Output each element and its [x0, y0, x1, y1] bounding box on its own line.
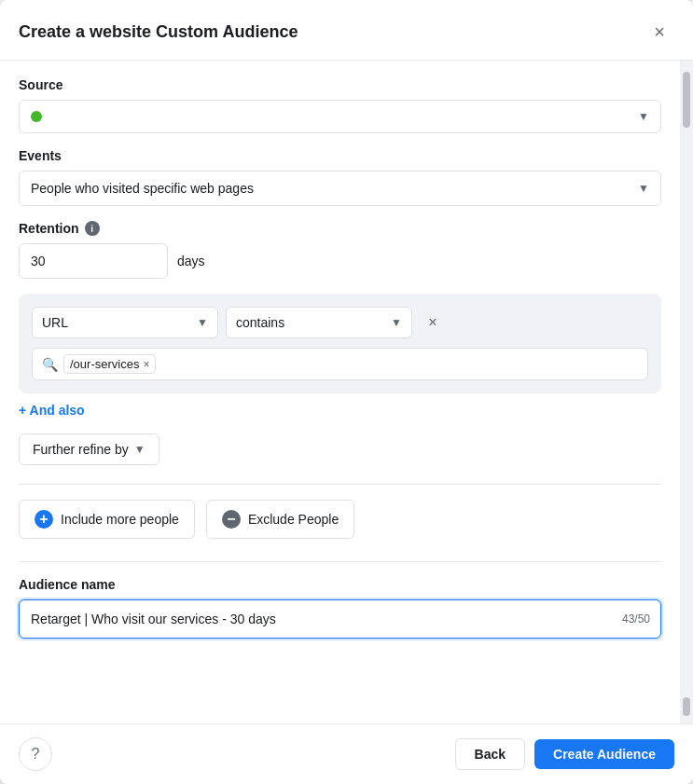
further-refine-label: Further refine by: [33, 442, 129, 457]
url-filter-dropdown[interactable]: URL ▼: [32, 307, 218, 338]
help-button[interactable]: ?: [19, 737, 52, 771]
url-tag-remove-icon[interactable]: ×: [143, 358, 149, 371]
events-section: Events People who visited specific web p…: [19, 148, 661, 206]
audience-actions: + Include more people − Exclude People: [19, 484, 661, 539]
retention-input[interactable]: [19, 243, 168, 279]
scrollbar-thumb[interactable]: [683, 72, 690, 128]
modal-footer: ? Back Create Audience: [0, 723, 693, 784]
scrollbar-thumb-bottom[interactable]: [683, 697, 690, 716]
retention-row: days: [19, 243, 661, 279]
contains-filter-label: contains: [236, 315, 284, 330]
source-chevron-icon: ▼: [638, 110, 649, 123]
content-area: Source ▼ Events People who visited speci…: [0, 61, 680, 723]
scrollbar-track[interactable]: [680, 61, 693, 723]
contains-filter-dropdown[interactable]: contains ▼: [226, 307, 412, 338]
retention-label: Retention: [19, 221, 79, 236]
events-dropdown[interactable]: People who visited specific web pages ▼: [19, 171, 661, 206]
include-people-button[interactable]: + Include more people: [19, 500, 195, 539]
remove-filter-button[interactable]: ×: [420, 309, 446, 336]
create-audience-button[interactable]: Create Audience: [534, 739, 674, 769]
audience-name-section: Audience name 43/50: [19, 561, 661, 639]
url-filter-chevron-icon: ▼: [197, 316, 208, 329]
source-section: Source ▼: [19, 77, 661, 133]
further-refine-chevron-icon: ▼: [134, 443, 146, 456]
contains-filter-chevron-icon: ▼: [391, 316, 402, 329]
include-plus-icon: +: [35, 510, 53, 529]
include-people-label: Include more people: [61, 512, 179, 527]
modal-title: Create a website Custom Audience: [19, 22, 298, 42]
modal: Create a website Custom Audience × Sourc…: [0, 0, 693, 784]
further-refine-button[interactable]: Further refine by ▼: [19, 433, 159, 465]
modal-body: Source ▼ Events People who visited speci…: [0, 61, 693, 723]
retention-section: Retention i days: [19, 221, 661, 279]
audience-name-label: Audience name: [19, 577, 661, 592]
close-button[interactable]: ×: [644, 17, 674, 47]
days-label: days: [177, 254, 205, 268]
modal-header: Create a website Custom Audience ×: [0, 0, 693, 61]
back-button[interactable]: Back: [455, 738, 525, 770]
audience-name-input[interactable]: [19, 599, 661, 639]
audience-name-input-wrap: 43/50: [19, 599, 661, 639]
url-tag: /our-services ×: [63, 354, 156, 374]
events-selected-value: People who visited specific web pages: [31, 181, 254, 196]
source-label: Source: [19, 77, 661, 92]
exclude-people-label: Exclude People: [248, 512, 339, 527]
events-label: Events: [19, 148, 661, 163]
url-search-input[interactable]: [159, 357, 638, 372]
source-dropdown[interactable]: ▼: [19, 100, 661, 133]
exclude-people-button[interactable]: − Exclude People: [206, 500, 354, 539]
url-input-row: 🔍 /our-services ×: [32, 348, 648, 380]
source-dot-icon: [31, 111, 42, 122]
exclude-minus-icon: −: [222, 510, 241, 529]
events-chevron-icon: ▼: [638, 182, 649, 195]
url-tag-value: /our-services: [70, 357, 139, 371]
footer-right: Back Create Audience: [455, 738, 674, 770]
filter-row: URL ▼ contains ▼ ×: [32, 307, 648, 338]
char-count: 43/50: [622, 612, 650, 626]
url-filter-label: URL: [42, 315, 68, 330]
search-icon: 🔍: [42, 357, 58, 372]
help-icon: ?: [32, 746, 40, 763]
and-also-link[interactable]: + And also: [19, 403, 85, 418]
filter-box: URL ▼ contains ▼ × 🔍 /our-services ×: [19, 294, 661, 393]
retention-info-icon: i: [85, 221, 100, 236]
